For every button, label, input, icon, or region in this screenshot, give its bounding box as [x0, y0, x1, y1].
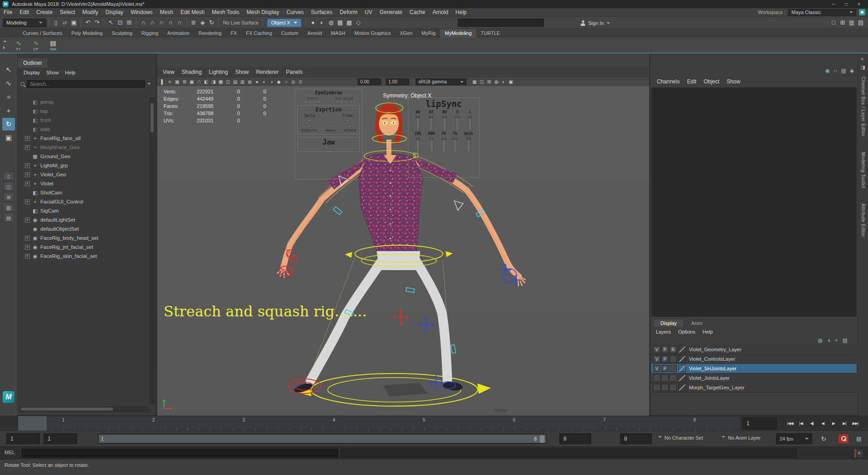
symmetry-selector[interactable]: Object X	[267, 19, 301, 27]
viewport-toolbar-icon[interactable]: ▣	[507, 78, 514, 86]
scrollbar-thumb[interactable]	[21, 407, 113, 411]
layer-display-toggle[interactable]	[669, 355, 677, 363]
shelf-tab[interactable]: XGen	[395, 29, 417, 38]
viewport-toolbar-icon[interactable]: ▌	[159, 78, 166, 86]
channel-box-icon[interactable]: ∩	[834, 68, 838, 74]
lipsync-slider[interactable]	[443, 115, 446, 131]
viewport-toolbar-icon[interactable]: ◐	[261, 78, 268, 86]
expand-toggle-icon[interactable]: +	[25, 236, 30, 241]
viewport-menu-item[interactable]: View	[159, 68, 178, 76]
viewport-toolbar-icon[interactable]: ▦	[174, 78, 181, 86]
menu-item[interactable]: Modify	[78, 8, 102, 16]
tab-modeling-toolkit[interactable]: Modeling Toolkit	[861, 152, 866, 189]
layer-playback-toggle[interactable]: P	[661, 355, 669, 363]
layer-toolbar-icon[interactable]: ◑	[827, 337, 830, 344]
viewport-toolbar-icon[interactable]: ◐	[500, 78, 507, 86]
outliner-menu-item[interactable]: Help	[62, 68, 79, 77]
character-set-selector[interactable]: No Character Set	[658, 435, 703, 441]
gamma-field[interactable]: 1.00	[386, 78, 409, 85]
outliner-item[interactable]: ◧ front	[19, 116, 148, 125]
auto-keyframe-button[interactable]	[839, 434, 849, 443]
shelf-tab[interactable]: Curves / Surfaces	[18, 29, 67, 38]
viewport-toolbar-icon[interactable]: ◑	[268, 78, 275, 86]
viewport-toolbar-icon[interactable]: ⊞	[181, 78, 188, 86]
anim-layer-selector[interactable]: No Anim Layer	[722, 435, 761, 441]
viewport-toolbar-icon[interactable]: ◫	[478, 78, 485, 86]
layer-visibility-toggle[interactable]: V	[653, 355, 660, 363]
viewport-menu-item[interactable]: Renderer	[252, 68, 282, 76]
shelf-tab[interactable]: MyRig	[417, 29, 440, 38]
viewport-toolbar-icon[interactable]: ◎	[290, 78, 297, 86]
channel-box-icon[interactable]: ◈	[850, 68, 854, 74]
outliner-item[interactable]: + ◉ FaceRig_skin_facial_set	[19, 252, 148, 261]
layer-toolbar-icon[interactable]: +	[835, 337, 838, 344]
gui-slider[interactable]	[329, 125, 332, 127]
close-button[interactable]: ×	[853, 2, 865, 7]
expand-toggle-icon[interactable]: +	[25, 172, 30, 177]
outliner-item[interactable]: + + Violet_Geo	[19, 170, 148, 179]
outliner-item[interactable]: ◧ ShotCam	[19, 188, 148, 197]
current-frame-field[interactable]: 1	[742, 418, 777, 429]
shelf-tab[interactable]: FX Caching	[242, 29, 276, 38]
range-slider-bar[interactable]: 1 8	[99, 435, 546, 443]
expand-toggle-icon[interactable]: +	[25, 145, 30, 150]
lipsync-slider[interactable]	[430, 137, 433, 152]
gui-slider[interactable]	[340, 101, 343, 103]
tab-attribute-editor[interactable]: Attribute Editor	[861, 204, 866, 237]
layer-row[interactable]: Violet_JointsLayer	[651, 373, 857, 383]
gui-slider[interactable]	[308, 125, 310, 127]
shelf-tab[interactable]: TURTLE	[476, 29, 505, 38]
render-icon[interactable]: ▦	[335, 18, 344, 27]
viewport-menu-item[interactable]: Shading	[178, 68, 205, 76]
animation-start-field[interactable]: 1	[44, 433, 77, 444]
viewport-menu-item[interactable]: Lighting	[205, 68, 232, 76]
outliner-search-input[interactable]	[27, 80, 145, 88]
sign-in-button[interactable]: Sign In	[580, 19, 610, 27]
lipsync-slider[interactable]	[416, 137, 420, 152]
menu-item[interactable]: Edit	[16, 8, 33, 16]
layer-editor-menu-item[interactable]: Layers	[652, 328, 674, 336]
shelf-tab[interactable]: Rigging	[137, 29, 163, 38]
render-icon[interactable]: ◐	[317, 18, 326, 27]
gui-slider[interactable]	[313, 101, 316, 103]
menu-item[interactable]: File	[0, 8, 16, 16]
file-tool-icon[interactable]: ▣	[69, 18, 78, 27]
layout-button[interactable]: ▤	[3, 213, 14, 222]
outliner-vertical-scrollbar[interactable]	[150, 97, 155, 404]
layer-playback-toggle[interactable]	[661, 374, 669, 382]
menu-item[interactable]: Windows	[127, 8, 156, 16]
viewport-toolbar-icon[interactable]: ◧	[203, 78, 210, 86]
layer-visibility-toggle[interactable]: V	[653, 365, 660, 372]
layer-display-toggle[interactable]	[669, 365, 677, 372]
layer-visibility-toggle[interactable]	[653, 384, 660, 391]
minimize-button[interactable]: ─	[827, 2, 840, 7]
layer-color-swatch[interactable]	[679, 384, 686, 391]
outliner-item[interactable]: + + MorphFace_Geo	[19, 143, 148, 152]
playback-button[interactable]: |◀◀	[785, 418, 795, 429]
outliner-horizontal-scrollbar[interactable]	[19, 407, 148, 412]
playback-loop-button[interactable]: ↻	[819, 434, 829, 444]
gamma-mode-selector[interactable]: sRGB gamma	[416, 78, 466, 85]
layer-editor-menu-item[interactable]: Options	[674, 328, 699, 336]
gui-slider[interactable]	[330, 146, 332, 149]
gui-slider[interactable]	[304, 101, 307, 103]
viewport-toolbar-icon[interactable]: ▣	[188, 78, 195, 86]
playback-button[interactable]: |◀	[795, 418, 806, 429]
snap-magnet-icon[interactable]: ∩	[166, 18, 175, 27]
viewport-toolbar-icon[interactable]: ▦	[471, 78, 478, 86]
viewport-toolbar-icon[interactable]: □	[195, 78, 203, 86]
outliner-item[interactable]: ◧ side	[19, 125, 148, 134]
layer-row[interactable]: V P Violet_SHJointsLayer	[651, 364, 857, 373]
layer-color-swatch[interactable]	[679, 355, 686, 363]
gui-slider[interactable]	[309, 101, 311, 103]
outliner-item[interactable]: + + Violet	[19, 179, 148, 188]
undo-redo-icon[interactable]: ↶	[83, 18, 92, 27]
playback-button[interactable]: ◀|	[806, 418, 817, 429]
lipsync-slider[interactable]	[416, 115, 420, 131]
viewport-toolbar-icon[interactable]: ◫	[224, 78, 232, 86]
layer-playback-toggle[interactable]	[661, 384, 669, 391]
lipsync-slider[interactable]	[429, 115, 433, 131]
menu-set-selector[interactable]: Modeling	[3, 19, 46, 27]
shelf-menu-button[interactable]	[2, 41, 8, 49]
gui-slider[interactable]	[346, 119, 349, 122]
